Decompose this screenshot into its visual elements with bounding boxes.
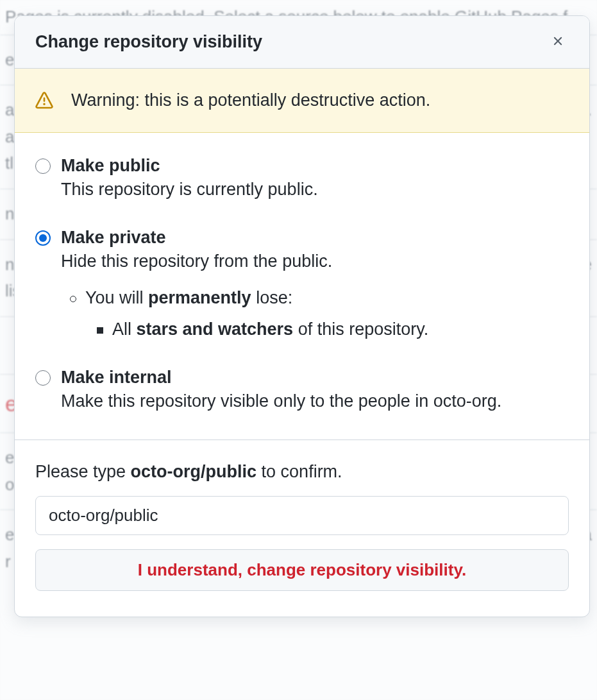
radio-internal[interactable] (35, 370, 51, 386)
confirm-change-button[interactable]: I understand, change repository visibili… (35, 549, 569, 591)
option-public-title: Make public (61, 156, 569, 176)
bg-text: n (5, 255, 14, 274)
consequence-item: You will permanently lose: (70, 288, 569, 308)
bg-text: r (5, 552, 11, 571)
option-public[interactable]: Make public This repository is currently… (35, 156, 569, 200)
option-public-desc: This repository is currently public. (61, 180, 569, 200)
modal-footer: Please type octo-org/public to confirm. … (15, 440, 589, 617)
conseq-text-bold: permanently (148, 288, 251, 307)
close-button[interactable] (547, 30, 569, 54)
bg-text: a (5, 127, 14, 146)
modal-title: Change repository visibility (35, 32, 262, 52)
confirm-prompt-suffix: to confirm. (256, 462, 342, 481)
radio-private[interactable] (35, 230, 51, 246)
bg-text: tl (5, 153, 13, 173)
conseq-sub-bold: stars and watchers (137, 320, 294, 339)
close-icon (551, 34, 565, 50)
visibility-options: Make public This repository is currently… (15, 133, 589, 440)
radio-public[interactable] (35, 158, 51, 174)
confirm-prompt-bold: octo-org/public (131, 462, 256, 481)
option-private-desc: Hide this repository from the public. (61, 252, 569, 271)
bullet-circle-icon (70, 296, 76, 302)
option-internal[interactable]: Make internal Make this repository visib… (35, 368, 569, 411)
warning-banner: Warning: this is a potentially destructi… (15, 69, 589, 133)
consequences: You will permanently lose: All stars and… (61, 288, 569, 339)
visibility-modal: Change repository visibility Warning: th… (14, 15, 590, 617)
warning-text: Warning: this is a potentially destructi… (71, 90, 430, 110)
confirm-prompt-prefix: Please type (35, 462, 131, 481)
confirm-prompt: Please type octo-org/public to confirm. (35, 462, 569, 482)
bullet-square-icon (97, 327, 103, 334)
confirm-input[interactable] (35, 496, 569, 535)
modal-header: Change repository visibility (15, 16, 589, 69)
bg-text: e (5, 448, 14, 467)
conseq-text-prefix: You will (85, 288, 148, 307)
bg-text: e (5, 47, 14, 74)
alert-triangle-icon (35, 92, 53, 110)
conseq-sub-prefix: All (112, 320, 137, 339)
consequence-subitem: All stars and watchers of this repositor… (97, 320, 569, 339)
conseq-text-suffix: lose: (251, 288, 293, 307)
option-internal-desc: Make this repository visible only to the… (61, 391, 569, 411)
conseq-sub-suffix: of this repository. (293, 320, 428, 339)
option-internal-title: Make internal (61, 368, 569, 388)
option-private-title: Make private (61, 228, 569, 248)
option-private[interactable]: Make private Hide this repository from t… (35, 228, 569, 339)
